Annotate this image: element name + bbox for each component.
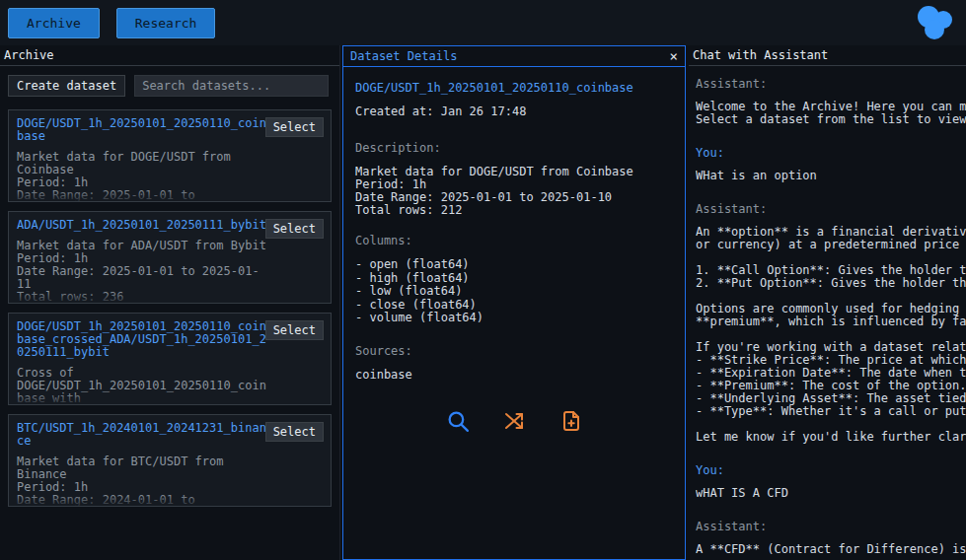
select-dataset-button[interactable]: Select [265, 422, 324, 442]
chat-message: You: wHAT IS A CFD [696, 464, 966, 500]
export-dataset-button[interactable] [557, 407, 585, 436]
columns-label: Columns: [355, 235, 673, 247]
dataset-list[interactable]: Select DOGE/USDT_1h_20250101_20250110_co… [0, 106, 339, 560]
dataset-description: Cross of DOGE/USDT_1h_20250101_20250110_… [17, 367, 269, 405]
search-datasets-input[interactable] [134, 75, 329, 97]
search-icon [446, 422, 471, 437]
detail-dataset-name: DOGE/USDT_1h_20250101_20250110_coinbase [355, 82, 673, 95]
description-label: Description: [355, 142, 673, 155]
inspect-dataset-button[interactable] [444, 407, 473, 436]
chat-message: Assistant: Welcome to the Archive! Here … [696, 78, 966, 126]
archive-panel-title: Archive [0, 45, 339, 66]
dataset-card[interactable]: Select DOGE/USDT_1h_20250101_20250110_co… [8, 313, 332, 405]
create-dataset-button[interactable]: Create dataset [8, 75, 125, 97]
description-text: Market data for DOGE/USDT from Coinbase … [355, 166, 673, 217]
dataset-name-link[interactable]: ADA/USDT_1h_20250101_20250111_bybit [17, 219, 269, 232]
chat-panel-title: Chat with Assistant [689, 45, 966, 66]
dataset-description: Market data for BTC/USDT from Binance Pe… [17, 455, 269, 507]
dataset-details-body: DOGE/USDT_1h_20250101_20250110_coinbase … [343, 67, 685, 446]
dataset-name-link[interactable]: DOGE/USDT_1h_20250101_20250110_coinbase [17, 117, 269, 143]
dataset-details-panel: Dataset Details × DOGE/USDT_1h_20250101_… [342, 45, 686, 560]
sources-text: coinbase [355, 369, 673, 382]
topbar: Archive Research [0, 0, 966, 45]
assistant-role-label: Assistant: [696, 521, 966, 533]
chat-message: Assistant: An **option** is a financial … [696, 203, 966, 444]
message-text: A **CFD** (Contract for Difference) is [696, 543, 966, 556]
dataset-name-link[interactable]: BTC/USDT_1h_20240101_20241231_binance [17, 422, 269, 448]
cross-arrows-icon [502, 421, 528, 436]
message-text: An **option** is a financial derivative … [696, 226, 966, 444]
dataset-name-link[interactable]: DOGE/USDT_1h_20250101_20250110_coinbase_… [17, 320, 269, 359]
main-content: Archive Create dataset Select DOGE/USDT_… [0, 45, 966, 560]
sources-label: Sources: [355, 345, 673, 358]
message-text: wHAT IS A CFD [696, 487, 966, 500]
message-text: Welcome to the Archive! Here you can ma … [696, 101, 966, 126]
dataset-description: Market data for ADA/USDT from Bybit Peri… [17, 240, 269, 304]
select-dataset-button[interactable]: Select [265, 320, 324, 340]
dataset-description: Market data for DOGE/USDT from Coinbase … [17, 151, 269, 202]
file-plus-icon [559, 421, 583, 436]
close-icon[interactable]: × [670, 49, 678, 63]
archive-controls: Create dataset [0, 66, 339, 106]
chat-message: Assistant: A **CFD** (Contract for Diffe… [696, 521, 966, 556]
app-logo-icon [915, 4, 954, 41]
chat-message-list[interactable]: Assistant: Welcome to the Archive! Here … [689, 66, 966, 560]
columns-list: - open (float64) - high (float64) - low … [355, 258, 673, 325]
dataset-card[interactable]: Select BTC/USDT_1h_20240101_20241231_bin… [8, 414, 332, 507]
chat-panel: Chat with Assistant Assistant: Welcome t… [689, 45, 966, 560]
dataset-details-header: Dataset Details × [343, 46, 685, 67]
user-role-label: You: [696, 147, 966, 160]
dataset-card[interactable]: Select ADA/USDT_1h_20250101_20250111_byb… [8, 211, 332, 304]
nav-archive-button[interactable]: Archive [8, 8, 100, 38]
nav-research-button[interactable]: Research [116, 8, 216, 38]
select-dataset-button[interactable]: Select [265, 117, 324, 137]
dataset-details-title: Dataset Details [350, 49, 457, 63]
dataset-actions [355, 407, 673, 436]
detail-created-at: Created at: Jan 26 17:48 [355, 105, 673, 118]
assistant-role-label: Assistant: [696, 203, 966, 216]
archive-panel: Archive Create dataset Select DOGE/USDT_… [0, 45, 340, 560]
user-role-label: You: [696, 464, 966, 477]
cross-dataset-button[interactable] [500, 407, 530, 436]
dataset-card[interactable]: Select DOGE/USDT_1h_20250101_20250110_co… [8, 109, 332, 202]
message-text: WHat is an option [696, 170, 966, 182]
assistant-role-label: Assistant: [696, 78, 966, 91]
chat-message: You: WHat is an option [696, 147, 966, 182]
select-dataset-button[interactable]: Select [265, 219, 324, 239]
